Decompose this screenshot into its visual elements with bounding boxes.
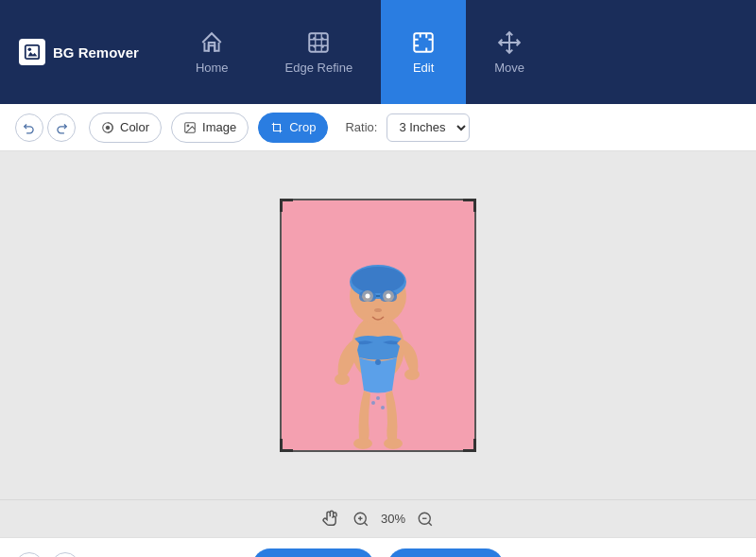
crop-corner-tl[interactable] xyxy=(280,199,293,212)
tab-edit[interactable]: Edit xyxy=(381,0,466,104)
zoom-out-button[interactable] xyxy=(417,511,434,528)
svg-rect-3 xyxy=(310,33,329,52)
svg-line-36 xyxy=(429,522,432,525)
crop-corner-tr[interactable] xyxy=(463,199,476,212)
footer: New Image Download xyxy=(0,537,756,557)
crop-label: Crop xyxy=(289,120,316,134)
svg-point-10 xyxy=(187,125,189,127)
image-container[interactable] xyxy=(280,199,476,452)
svg-rect-4 xyxy=(414,33,433,52)
color-label: Color xyxy=(120,120,149,134)
svg-line-32 xyxy=(364,522,367,525)
canvas-area xyxy=(0,151,756,499)
zoom-percent: 30% xyxy=(381,512,405,526)
tab-home[interactable]: Home xyxy=(167,0,257,104)
download-button[interactable]: Download xyxy=(387,548,504,557)
nav-tabs: Home Edge Refine Edit M xyxy=(167,0,553,104)
prev-button[interactable] xyxy=(15,552,43,557)
svg-rect-0 xyxy=(26,45,39,59)
svg-point-8 xyxy=(106,126,110,130)
footer-nav xyxy=(15,552,79,557)
redo-button[interactable] xyxy=(47,113,76,142)
tab-home-label: Home xyxy=(196,61,229,75)
brand-icon xyxy=(19,39,45,65)
image-button[interactable]: Image xyxy=(171,113,249,143)
next-button[interactable] xyxy=(51,552,79,557)
zoom-in-button[interactable] xyxy=(352,511,369,528)
ratio-label: Ratio: xyxy=(345,120,377,134)
tab-move-label: Move xyxy=(494,61,524,75)
zoom-bar: 30% xyxy=(0,499,756,537)
svg-point-1 xyxy=(28,48,32,52)
image-label: Image xyxy=(202,120,236,134)
color-button[interactable]: Color xyxy=(89,113,162,143)
crop-button[interactable]: Crop xyxy=(258,113,328,143)
hand-icon xyxy=(322,508,341,531)
crop-corner-br[interactable] xyxy=(463,439,476,452)
toolbar: Color Image Crop Ratio: 3 Inches 4 Inche… xyxy=(0,104,756,151)
crop-corner-bl[interactable] xyxy=(280,439,293,452)
undo-button[interactable] xyxy=(15,113,43,142)
new-image-button[interactable]: New Image xyxy=(252,548,374,557)
brand: BG Remover xyxy=(19,39,139,65)
tab-move[interactable]: Move xyxy=(466,0,553,104)
tab-edge-refine[interactable]: Edge Refine xyxy=(257,0,382,104)
tab-edit-label: Edit xyxy=(413,61,434,75)
ratio-select[interactable]: 3 Inches 4 Inches 5 Inches Custom xyxy=(387,113,470,142)
navbar: BG Remover Home Edge Refine xyxy=(0,0,756,104)
tab-edge-refine-label: Edge Refine xyxy=(285,61,353,75)
undo-redo-group xyxy=(15,113,76,142)
crop-frame[interactable] xyxy=(280,199,476,452)
brand-name: BG Remover xyxy=(53,44,139,61)
